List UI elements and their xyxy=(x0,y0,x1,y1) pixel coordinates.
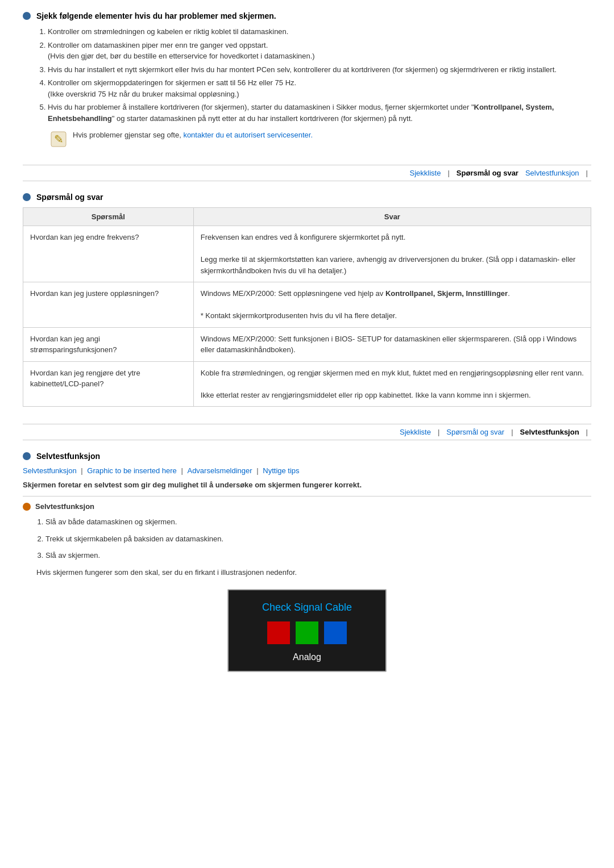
if-text: Hvis skjermen fungerer som den skal, ser… xyxy=(36,567,591,578)
color-square-red xyxy=(267,621,290,644)
answer-4: Koble fra strømledningen, og rengjør skj… xyxy=(193,361,591,407)
list-item: Hvis du har problemer å installere kortd… xyxy=(48,102,591,124)
section-qa-title: Spørsmål og svar xyxy=(36,193,103,202)
col-answer: Svar xyxy=(193,208,591,226)
list-item: Kontroller om skjermoppdateringen for sk… xyxy=(48,77,591,99)
list-item: Kontroller om strømledningen og kabelen … xyxy=(48,26,591,37)
note-text: Hvis problemer gjenstar seg ofte, kontak… xyxy=(73,131,313,139)
answer-1: Frekvensen kan endres ved å konfigurere … xyxy=(193,226,591,282)
orange-dot-icon xyxy=(23,503,31,511)
nav-sporsmal-1[interactable]: Spørsmål og svar xyxy=(457,169,518,177)
selftest-links: Selvtestfunksjon | Graphic to be inserte… xyxy=(23,466,591,475)
step-1: Slå av både datamaskinen og skjermen. xyxy=(45,516,591,528)
nav-sjekkliste-2[interactable]: Sjekkliste xyxy=(400,428,431,436)
table-row: Hvordan kan jeg angi strømsparingsfunksj… xyxy=(23,327,591,361)
question-2: Hvordan kan jeg justere oppløsningen? xyxy=(23,282,194,328)
subsection-selvtest-header: Selvtestfunksjon xyxy=(23,502,591,511)
answer-2: Windows ME/XP/2000: Sett oppløsningene v… xyxy=(193,282,591,328)
blue-dot-icon xyxy=(23,12,31,20)
qa-table: Spørsmål Svar Hvordan kan jeg endre frek… xyxy=(23,207,591,407)
nav-selvtest-2[interactable]: Selvtestfunksjon xyxy=(520,428,579,436)
svg-text:✎: ✎ xyxy=(54,133,64,145)
blue-dot-qa-icon xyxy=(23,193,31,201)
nav-sporsmal-2[interactable]: Spørsmål og svar xyxy=(446,428,504,436)
section-selftest: Selvtestfunksjon Selvtestfunksjon | Grap… xyxy=(23,452,591,672)
table-row: Hvordan kan jeg rengjøre det ytre kabine… xyxy=(23,361,591,407)
link-graphic[interactable]: Graphic to be inserted here xyxy=(87,466,177,475)
question-1: Hvordan kan jeg endre frekvens? xyxy=(23,226,194,282)
signal-cable-box: Check Signal Cable Analog xyxy=(227,589,387,672)
section-troubleshoot-header: Sjekk følgende elementer hvis du har pro… xyxy=(23,11,591,20)
table-row: Hvordan kan jeg justere oppløsningen? Wi… xyxy=(23,282,591,328)
service-center-link[interactable]: kontakter du et autorisert servicesenter… xyxy=(183,131,313,139)
color-squares xyxy=(240,621,374,644)
info-icon: ✎ xyxy=(50,131,67,148)
section-troubleshoot-content: Kontroller om strømledningen og kabelen … xyxy=(36,26,591,148)
section-qa-header: Spørsmål og svar xyxy=(23,193,591,202)
question-4: Hvordan kan jeg rengjøre det ytre kabine… xyxy=(23,361,194,407)
table-row: Hvordan kan jeg endre frekvens? Frekvens… xyxy=(23,226,591,282)
section-selftest-title: Selvtestfunksjon xyxy=(36,452,100,461)
subsection-steps: Slå av både datamaskinen og skjermen. Tr… xyxy=(36,516,591,561)
question-3: Hvordan kan jeg angi strømsparingsfunksj… xyxy=(23,327,194,361)
section-troubleshoot: Sjekk følgende elementer hvis du har pro… xyxy=(23,11,591,148)
troubleshoot-list: Kontroller om strømledningen og kabelen … xyxy=(48,26,591,124)
answer-3: Windows ME/XP/2000: Sett funksjonen i BI… xyxy=(193,327,591,361)
note-box: ✎ Hvis problemer gjenstar seg ofte, kont… xyxy=(50,131,591,148)
color-square-green xyxy=(296,621,318,644)
color-square-blue xyxy=(324,621,347,644)
col-question: Spørsmål xyxy=(23,208,194,226)
signal-title: Check Signal Cable xyxy=(240,602,374,614)
section-qa: Spørsmål og svar Spørsmål Svar Hvordan k… xyxy=(23,193,591,407)
link-selvtest[interactable]: Selvtestfunksjon xyxy=(23,466,77,475)
step-3: Slå av skjermen. xyxy=(45,550,591,561)
nav-sjekkliste-1[interactable]: Sjekkliste xyxy=(410,169,441,177)
selftest-steps-list: Slå av både datamaskinen og skjermen. Tr… xyxy=(45,516,591,561)
link-advarsler[interactable]: Advarselsmeldinger xyxy=(187,466,252,475)
nav-bar-2: Sjekkliste | Spørsmål og svar | Selvtest… xyxy=(23,424,591,440)
subsection-selvtest: Selvtestfunksjon Slå av både datamaskine… xyxy=(23,496,591,672)
step-2: Trekk ut skjermkabelen på baksiden av da… xyxy=(45,533,591,545)
section-selftest-header: Selvtestfunksjon xyxy=(23,452,591,461)
section-troubleshoot-title: Sjekk følgende elementer hvis du har pro… xyxy=(36,11,276,20)
signal-analog: Analog xyxy=(240,652,374,662)
subsection-selvtest-title: Selvtestfunksjon xyxy=(35,502,94,511)
list-item: Kontroller om datamaskinen piper mer enn… xyxy=(48,40,591,62)
nav-bar-1: Sjekkliste | Spørsmål og svar Selvtestfu… xyxy=(23,165,591,181)
link-tips[interactable]: Nyttige tips xyxy=(263,466,299,475)
blue-dot-selftest-icon xyxy=(23,452,31,460)
selftest-description: Skjermen foretar en selvtest som gir deg… xyxy=(23,481,591,489)
list-item: Hvis du har installert et nytt skjermkor… xyxy=(48,64,591,76)
nav-selvtest-1[interactable]: Selvtestfunksjon xyxy=(525,169,579,177)
